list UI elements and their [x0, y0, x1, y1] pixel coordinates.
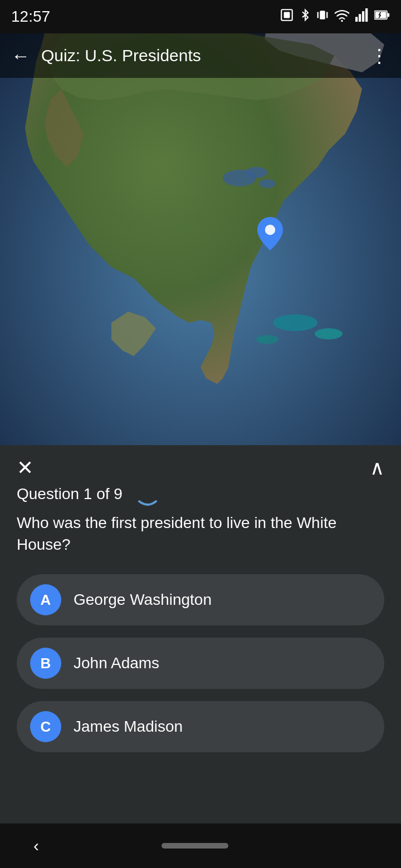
- svg-rect-4: [326, 12, 327, 18]
- svg-rect-3: [317, 12, 319, 18]
- signal-icon: [355, 8, 369, 26]
- answer-option-a[interactable]: A George Washington: [17, 574, 384, 625]
- answer-text-a: George Washington: [74, 591, 212, 609]
- status-icons: [280, 8, 390, 26]
- svg-point-18: [245, 167, 267, 178]
- app-bar-title: Quiz: U.S. Presidents: [41, 46, 370, 65]
- svg-point-5: [341, 20, 343, 22]
- quiz-panel: ✕ ∧ Question 1 of 9 Who was the first pr…: [0, 445, 401, 823]
- more-options-button[interactable]: ⋮: [370, 45, 390, 67]
- svg-rect-8: [362, 11, 364, 22]
- svg-rect-6: [355, 17, 358, 22]
- svg-point-22: [256, 335, 278, 344]
- question-meta-row: Question 1 of 9: [17, 485, 384, 503]
- home-pill[interactable]: [162, 843, 228, 849]
- close-button[interactable]: ✕: [17, 458, 33, 478]
- svg-rect-7: [359, 14, 361, 22]
- question-number: Question 1 of 9: [17, 485, 123, 503]
- svg-point-21: [315, 328, 343, 339]
- svg-rect-2: [320, 11, 325, 19]
- svg-rect-9: [365, 8, 368, 22]
- status-bar: 12:57: [0, 0, 401, 33]
- loading-indicator: [134, 486, 162, 502]
- battery-icon: [374, 9, 390, 24]
- status-time: 12:57: [11, 8, 50, 26]
- location-pin: [256, 217, 284, 250]
- wifi-icon: [334, 8, 350, 26]
- svg-point-23: [265, 225, 275, 235]
- quiz-panel-header: ✕ ∧: [17, 456, 384, 480]
- vibrate-icon: [316, 8, 329, 26]
- question-text: Who was the first president to live in t…: [17, 512, 384, 555]
- svg-rect-1: [284, 12, 290, 18]
- svg-point-19: [259, 179, 276, 188]
- answer-letter-b: B: [30, 648, 61, 679]
- svg-rect-12: [388, 13, 389, 17]
- answer-letter-a: A: [30, 584, 61, 615]
- system-back-button[interactable]: ‹: [33, 836, 39, 855]
- answer-option-b[interactable]: B John Adams: [17, 638, 384, 689]
- answer-text-c: James Madison: [74, 718, 183, 736]
- app-bar: ← Quiz: U.S. Presidents ⋮: [0, 33, 401, 78]
- collapse-button[interactable]: ∧: [370, 456, 384, 480]
- bluetooth-icon: [300, 8, 311, 26]
- bottom-nav-bar: ‹: [0, 823, 401, 868]
- svg-point-20: [273, 314, 317, 331]
- answer-text-b: John Adams: [74, 654, 159, 672]
- answer-letter-c: C: [30, 711, 61, 742]
- back-button[interactable]: ←: [11, 45, 30, 67]
- screenshot-icon: [280, 8, 294, 26]
- answer-option-c[interactable]: C James Madison: [17, 701, 384, 752]
